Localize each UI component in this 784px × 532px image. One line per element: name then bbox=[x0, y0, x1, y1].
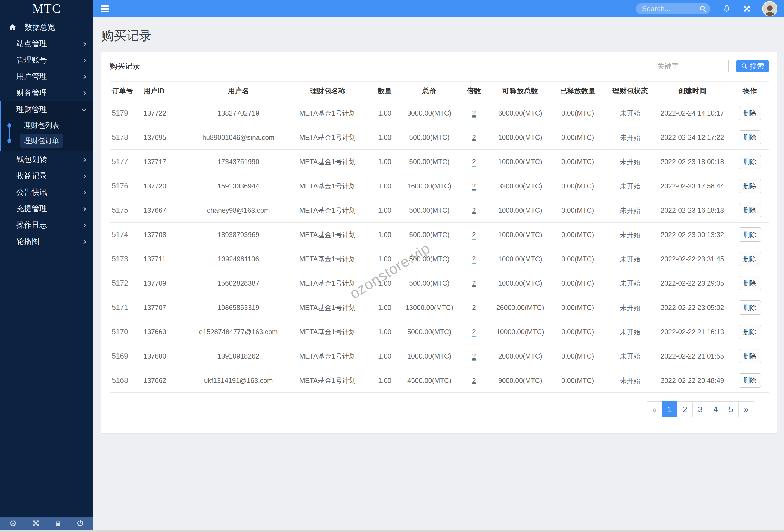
bell-icon[interactable] bbox=[723, 5, 730, 13]
sidebar-item-管理账号[interactable]: 管理账号 bbox=[0, 52, 93, 68]
sidebar-item-用户管理[interactable]: 用户管理 bbox=[0, 68, 93, 85]
sidebar-item-数据总览[interactable]: 数据总览 bbox=[0, 19, 93, 35]
pagination-prev[interactable]: « bbox=[647, 401, 662, 417]
sidebar-subitem-理财包列表[interactable]: 理财包列表 bbox=[1, 118, 93, 133]
delete-button[interactable]: 删除 bbox=[739, 155, 761, 169]
pagination-page-4[interactable]: 4 bbox=[708, 401, 723, 417]
cell-releasable_total: 1000.00(MTC) bbox=[492, 247, 549, 271]
column-header-quantity: 数量 bbox=[367, 82, 402, 101]
cell-released_amount: 0.00(MTC) bbox=[549, 247, 606, 271]
submenu-dot-icon bbox=[7, 139, 11, 143]
fullscreen-icon[interactable] bbox=[743, 5, 751, 12]
cell-order_no: 5174 bbox=[110, 223, 141, 247]
cell-user_id: 137709 bbox=[141, 271, 189, 296]
cell-multiple: 2 bbox=[456, 101, 492, 125]
cell-releasable_total: 6000.00(MTC) bbox=[492, 101, 549, 125]
search-icon[interactable] bbox=[699, 5, 706, 13]
pagination-page-3[interactable]: 3 bbox=[693, 401, 708, 417]
gear-icon[interactable]: ⚙ bbox=[9, 519, 17, 528]
search-button[interactable]: 搜索 bbox=[736, 60, 769, 72]
pagination-page-2[interactable]: 2 bbox=[677, 401, 693, 417]
sidebar-group-理财管理: 理财管理理财包列表理财包订单 bbox=[0, 101, 93, 151]
cell-package_name: META基金1号计划 bbox=[288, 368, 367, 393]
home-icon bbox=[8, 23, 21, 31]
cell-order_no: 5173 bbox=[110, 247, 141, 271]
sidebar-item-收益记录[interactable]: 收益记录 bbox=[0, 168, 93, 184]
cell-user_id: 137711 bbox=[141, 247, 189, 271]
cell-releasable_total: 1000.00(MTC) bbox=[492, 198, 549, 223]
cell-quantity: 1.00 bbox=[367, 198, 402, 223]
sidebar-item-钱包划转[interactable]: 钱包划转 bbox=[0, 151, 93, 168]
cell-user_id: 137720 bbox=[141, 174, 189, 198]
chevron-right-icon bbox=[82, 42, 86, 46]
delete-button[interactable]: 删除 bbox=[739, 325, 761, 339]
cell-user_id: 137722 bbox=[141, 101, 189, 125]
multiple-value[interactable]: 2 bbox=[472, 279, 476, 288]
sidebar-subitem-理财包订单[interactable]: 理财包订单 bbox=[1, 133, 93, 148]
multiple-value[interactable]: 2 bbox=[472, 255, 476, 264]
table-row: 517413770818938793969META基金1号计划1.00500.0… bbox=[110, 223, 769, 247]
multiple-value[interactable]: 2 bbox=[472, 158, 476, 167]
delete-button[interactable]: 删除 bbox=[739, 373, 761, 388]
cell-order_no: 5175 bbox=[110, 198, 141, 223]
multiple-value[interactable]: 2 bbox=[472, 206, 476, 215]
search-button-label: 搜索 bbox=[750, 61, 764, 71]
cell-released_amount: 0.00(MTC) bbox=[549, 271, 606, 296]
table-row: 5170137663e15287484777@163.comMETA基金1号计划… bbox=[110, 320, 769, 344]
cell-username: 19865853319 bbox=[189, 296, 288, 320]
delete-button[interactable]: 删除 bbox=[739, 301, 761, 315]
cell-created_at: 2022-02-22 21:16:13 bbox=[654, 320, 731, 344]
cell-multiple: 2 bbox=[456, 174, 492, 198]
sidebar-item-站点管理[interactable]: 站点管理 bbox=[0, 35, 93, 52]
power-icon[interactable] bbox=[77, 520, 84, 527]
delete-button[interactable]: 删除 bbox=[739, 349, 761, 363]
fullscreen-icon[interactable] bbox=[32, 520, 39, 527]
cell-user_id: 137695 bbox=[141, 125, 189, 150]
table-row: 517913772213827702719META基金1号计划1.003000.… bbox=[110, 101, 769, 125]
cell-releasable_total: 2000.00(MTC) bbox=[492, 344, 549, 368]
delete-button[interactable]: 删除 bbox=[739, 227, 761, 242]
cell-quantity: 1.00 bbox=[367, 223, 402, 247]
cell-action: 删除 bbox=[731, 125, 769, 150]
delete-button[interactable]: 删除 bbox=[739, 106, 761, 120]
sidebar-item-理财管理[interactable]: 理财管理 bbox=[1, 101, 93, 118]
delete-button[interactable]: 删除 bbox=[739, 276, 761, 290]
pagination-next[interactable]: » bbox=[738, 401, 754, 417]
sidebar-item-label: 钱包划转 bbox=[8, 154, 83, 165]
sidebar-item-操作日志[interactable]: 操作日志 bbox=[0, 217, 93, 233]
keyword-input[interactable] bbox=[653, 60, 729, 72]
cell-released_amount: 0.00(MTC) bbox=[549, 320, 606, 344]
multiple-value[interactable]: 2 bbox=[472, 182, 476, 191]
sidebar-item-公告快讯[interactable]: 公告快讯 bbox=[0, 184, 93, 200]
pagination-page-1[interactable]: 1 bbox=[662, 401, 677, 417]
cell-releasable_total: 26000.00(MTC) bbox=[492, 296, 549, 320]
multiple-value[interactable]: 2 bbox=[472, 304, 476, 312]
sidebar-item-财务管理[interactable]: 财务管理 bbox=[0, 85, 93, 101]
multiple-value[interactable]: 2 bbox=[472, 109, 476, 118]
cell-action: 删除 bbox=[731, 271, 769, 296]
delete-button[interactable]: 删除 bbox=[739, 252, 761, 266]
pagination-page-5[interactable]: 5 bbox=[723, 401, 739, 417]
multiple-value[interactable]: 2 bbox=[472, 134, 476, 142]
sidebar-item-轮播图[interactable]: 轮播图 bbox=[0, 233, 93, 250]
horizontal-scrollbar[interactable] bbox=[0, 530, 784, 532]
cell-multiple: 2 bbox=[456, 198, 492, 223]
delete-button[interactable]: 删除 bbox=[739, 130, 761, 144]
sidebar-item-label: 财务管理 bbox=[8, 88, 83, 98]
delete-button[interactable]: 删除 bbox=[739, 203, 761, 217]
sidebar-submenu: 理财包列表理财包订单 bbox=[1, 118, 93, 151]
delete-button[interactable]: 删除 bbox=[739, 179, 761, 193]
multiple-value[interactable]: 2 bbox=[472, 328, 476, 337]
multiple-value[interactable]: 2 bbox=[472, 352, 476, 361]
sidebar-item-label: 操作日志 bbox=[8, 220, 83, 230]
multiple-value[interactable]: 2 bbox=[472, 376, 476, 385]
cell-user_id: 137707 bbox=[141, 296, 189, 320]
hamburger-menu-icon[interactable] bbox=[101, 4, 109, 13]
cell-package_name: META基金1号计划 bbox=[288, 296, 367, 320]
sidebar-item-充提管理[interactable]: 充提管理 bbox=[0, 200, 93, 217]
lock-icon[interactable] bbox=[54, 520, 61, 527]
cell-package_name: META基金1号计划 bbox=[288, 320, 367, 344]
cell-user_id: 137680 bbox=[141, 344, 189, 368]
avatar[interactable] bbox=[762, 1, 778, 17]
multiple-value[interactable]: 2 bbox=[472, 231, 476, 240]
